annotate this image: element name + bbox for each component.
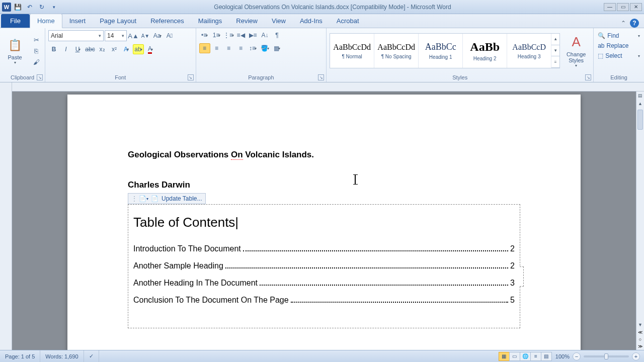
toc-update-button[interactable]: Update Table... — [162, 195, 202, 202]
tab-page-layout[interactable]: Page Layout — [93, 14, 143, 28]
toc-entry[interactable]: Another Heading In The Document3 — [133, 279, 515, 288]
tab-home[interactable]: Home — [30, 14, 62, 28]
copy-icon[interactable]: ⎘ — [31, 46, 42, 56]
style-heading-2[interactable]: AaBbHeading 2 — [463, 34, 507, 68]
style-normal[interactable]: AaBbCcDd¶ Normal — [330, 34, 374, 68]
ruler-toggle-icon[interactable]: ▤ — [636, 92, 644, 100]
subscript-button[interactable]: x₂ — [97, 44, 108, 54]
style-no-spacing[interactable]: AaBbCcDd¶ No Spacing — [374, 34, 419, 68]
vertical-ruler[interactable] — [0, 82, 12, 350]
highlight-icon[interactable]: ab▾ — [133, 44, 144, 54]
shrink-font-icon[interactable]: A▼ — [140, 31, 151, 41]
scrollbar-thumb[interactable] — [637, 110, 643, 130]
qat-customize-icon[interactable]: ▾ — [48, 2, 59, 12]
scroll-down-icon[interactable]: ▼ — [636, 321, 644, 329]
prev-page-icon[interactable]: ≪ — [636, 329, 644, 336]
bold-button[interactable]: B — [48, 44, 59, 54]
draft-view-icon[interactable]: ▤ — [541, 352, 552, 361]
font-size-combo[interactable]: 14▾ — [105, 30, 127, 41]
change-case-icon[interactable]: Aa▾ — [152, 31, 163, 41]
toc-control-bar[interactable]: ⋮ 📄▾ 📄 Update Table... — [128, 193, 206, 204]
browse-object-icon[interactable]: ○ — [636, 336, 644, 343]
align-center-button[interactable]: ≡ — [211, 43, 222, 53]
align-left-button[interactable]: ≡ — [199, 43, 210, 53]
undo-icon[interactable]: ↶ — [24, 2, 35, 12]
select-button[interactable]: ⬚Select▾ — [596, 51, 642, 60]
maximize-button[interactable]: ▭ — [617, 3, 629, 11]
toc-entry[interactable]: Introduction To The Document2 — [133, 244, 515, 253]
tab-mailings[interactable]: Mailings — [191, 14, 229, 28]
tab-references[interactable]: References — [143, 14, 191, 28]
redo-icon[interactable]: ↻ — [36, 2, 47, 12]
replace-button[interactable]: abReplace — [596, 41, 642, 50]
multilevel-list-icon[interactable]: ⋮≡▾ — [223, 30, 234, 40]
toc-entry[interactable]: Conclusion To The Document On The Page5 — [133, 296, 515, 305]
clipboard-launcher[interactable]: ↘ — [37, 74, 43, 80]
zoom-out-button[interactable]: − — [573, 352, 581, 360]
sort-icon[interactable]: A↓ — [260, 30, 271, 40]
outline-view-icon[interactable]: ≡ — [530, 352, 541, 361]
tab-add-ins[interactable]: Add-Ins — [293, 14, 330, 28]
line-spacing-icon[interactable]: ↕≡▾ — [248, 43, 259, 53]
format-painter-icon[interactable]: 🖌 — [31, 57, 42, 67]
view-buttons: ▦ ▭ 🌐 ≡ ▤ — [499, 352, 551, 361]
decrease-indent-icon[interactable]: ≡◀ — [235, 30, 247, 40]
full-screen-view-icon[interactable]: ▭ — [509, 352, 520, 361]
underline-button[interactable]: U▾ — [72, 44, 84, 54]
next-page-icon[interactable]: ≫ — [636, 343, 644, 350]
grow-font-icon[interactable]: A▲ — [128, 31, 139, 41]
tab-insert[interactable]: Insert — [62, 14, 93, 28]
strikethrough-button[interactable]: abc — [85, 44, 96, 54]
print-layout-view-icon[interactable]: ▦ — [499, 352, 510, 361]
vertical-scrollbar[interactable]: ▤ ▲ ▼ ≪ ○ ≫ — [636, 92, 644, 350]
bullets-icon[interactable]: •≡▾ — [199, 30, 210, 40]
text-effects-icon[interactable]: A▾ — [121, 44, 132, 54]
word-app-icon[interactable]: W — [2, 3, 11, 12]
zoom-level[interactable]: 100% — [555, 353, 570, 359]
show-marks-icon[interactable]: ¶ — [272, 30, 283, 40]
toc-entry[interactable]: Another Sample Heading2 — [133, 261, 515, 270]
align-right-button[interactable]: ≡ — [223, 43, 234, 53]
toc-container[interactable]: Table of Contents Introduction To The Do… — [128, 204, 520, 328]
toc-menu-icon[interactable]: 📄▾ — [139, 195, 147, 203]
zoom-slider[interactable] — [584, 355, 629, 357]
style-heading-1[interactable]: AaBbCcHeading 1 — [419, 34, 463, 68]
cut-icon[interactable]: ✂ — [31, 35, 42, 45]
status-words[interactable]: Words: 1,690 — [40, 350, 84, 362]
style-heading-3[interactable]: AaBbCcDHeading 3 — [507, 34, 551, 68]
italic-button[interactable]: I — [60, 44, 71, 54]
font-color-icon[interactable]: A▾ — [145, 44, 156, 54]
minimize-ribbon-icon[interactable]: ⌃ — [621, 20, 626, 27]
styles-launcher[interactable]: ↘ — [585, 74, 591, 80]
zoom-in-button[interactable]: + — [632, 352, 640, 360]
numbering-icon[interactable]: 1≡▾ — [211, 30, 222, 40]
file-tab[interactable]: File — [1, 14, 30, 28]
save-icon[interactable]: 💾 — [12, 2, 23, 12]
tab-acrobat[interactable]: Acrobat — [330, 14, 366, 28]
change-styles-button[interactable]: A Change Styles ▾ — [562, 33, 590, 69]
paragraph-launcher[interactable]: ↘ — [318, 74, 324, 80]
close-button[interactable]: ✕ — [630, 3, 642, 11]
justify-button[interactable]: ≡ — [235, 43, 247, 53]
tab-view[interactable]: View — [265, 14, 293, 28]
superscript-button[interactable]: x² — [109, 44, 120, 54]
find-button[interactable]: 🔍Find▾ — [596, 31, 642, 40]
status-proofing-icon[interactable]: ✓ — [84, 350, 99, 362]
help-icon[interactable]: ? — [630, 19, 639, 28]
font-launcher[interactable]: ↘ — [188, 74, 194, 80]
clear-formatting-icon[interactable]: A⃠ — [164, 31, 175, 41]
shading-icon[interactable]: 🪣▾ — [260, 43, 271, 53]
scroll-up-icon[interactable]: ▲ — [636, 100, 644, 108]
style-gallery-scroll[interactable]: ▲▼≡ — [551, 34, 559, 68]
tab-review[interactable]: Review — [229, 14, 265, 28]
paste-button[interactable]: 📋 Paste ▾ — [3, 33, 27, 69]
increase-indent-icon[interactable]: ▶≡ — [248, 30, 259, 40]
web-layout-view-icon[interactable]: 🌐 — [520, 352, 531, 361]
font-name-combo[interactable]: Arial▾ — [48, 30, 104, 41]
borders-icon[interactable]: ▦▾ — [272, 43, 283, 53]
minimize-button[interactable]: — — [604, 3, 616, 11]
horizontal-ruler[interactable] — [12, 82, 644, 92]
document-page[interactable]: Geological Observations On Volcanic Isla… — [67, 95, 581, 350]
status-page[interactable]: Page: 1 of 5 — [0, 350, 40, 362]
group-paragraph: •≡▾ 1≡▾ ⋮≡▾ ≡◀ ▶≡ A↓ ¶ ≡ ≡ ≡ ≡ ↕≡▾ 🪣▾ ▦▾… — [196, 28, 327, 82]
